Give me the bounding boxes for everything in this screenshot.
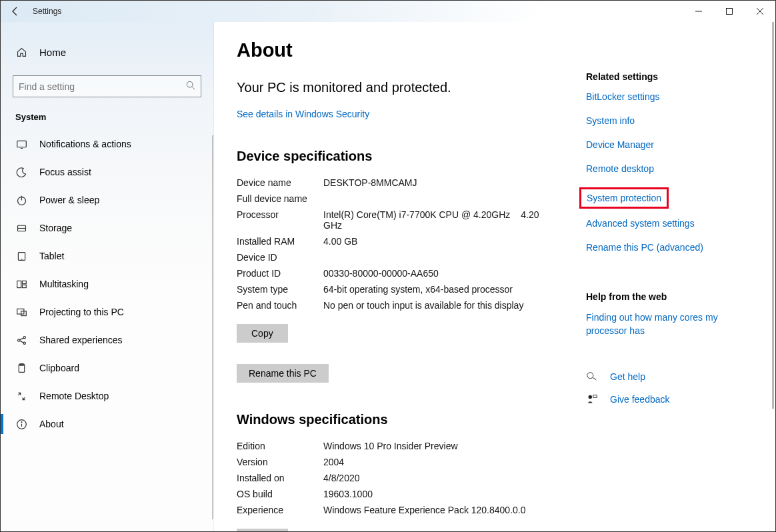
sidebar-item-label: Power & sleep <box>39 195 99 205</box>
spec-row-os-build: OS build 19603.1000 <box>237 489 559 499</box>
protection-headline: Your PC is monitored and protected. <box>237 80 559 95</box>
storage-icon <box>15 222 27 234</box>
search-box[interactable] <box>13 75 201 97</box>
link-device-manager[interactable]: Device Manager <box>586 139 753 150</box>
svg-point-20 <box>23 342 25 344</box>
maximize-button[interactable] <box>714 1 745 22</box>
spec-row-ram: Installed RAM 4.00 GB <box>237 236 559 247</box>
svg-rect-14 <box>22 281 26 283</box>
home-icon <box>15 46 27 58</box>
copy-windows-spec-button[interactable]: Copy <box>237 529 288 531</box>
link-system-protection[interactable]: System protection <box>587 193 661 203</box>
sidebar-item-tablet[interactable]: Tablet <box>1 242 213 270</box>
related-settings-heading: Related settings <box>586 71 753 82</box>
svg-rect-6 <box>17 141 26 147</box>
sidebar-item-label: Clipboard <box>39 363 79 373</box>
windows-spec-heading: Windows specifications <box>237 412 559 427</box>
page-title: About <box>237 39 559 61</box>
svg-rect-15 <box>22 285 26 287</box>
sidebar-item-about[interactable]: About <box>1 410 213 438</box>
sidebar-item-label: Tablet <box>39 251 64 261</box>
sidebar-item-label: Shared experiences <box>39 335 123 345</box>
multitasking-icon <box>15 278 27 290</box>
tablet-icon <box>15 250 27 262</box>
info-icon <box>15 418 27 430</box>
link-rename-pc-advanced[interactable]: Rename this PC (advanced) <box>586 242 753 253</box>
main-scrollbar-thumb[interactable] <box>772 22 774 409</box>
link-bitlocker[interactable]: BitLocker settings <box>586 91 753 102</box>
sidebar-scrollbar[interactable] <box>212 135 213 519</box>
spec-row-product-id: Product ID 00330-80000-00000-AA650 <box>237 268 559 279</box>
sidebar-item-label: Focus assist <box>39 167 91 177</box>
svg-point-28 <box>587 373 593 379</box>
svg-point-29 <box>589 395 592 399</box>
svg-line-22 <box>19 341 23 343</box>
share-icon <box>15 334 27 346</box>
minimize-button[interactable] <box>683 1 714 22</box>
spec-row-pen-touch: Pen and touch No pen or touch input is a… <box>237 300 559 311</box>
sidebar-item-label: Storage <box>39 223 72 233</box>
sidebar-item-storage[interactable]: Storage <box>1 214 213 242</box>
sidebar-item-label: Remote Desktop <box>39 391 109 401</box>
sidebar-item-shared-experiences[interactable]: Shared experiences <box>1 326 213 354</box>
spec-row-processor: Processor Intel(R) Core(TM) i7-7700K CPU… <box>237 209 559 231</box>
sidebar-category: System <box>1 112 213 122</box>
svg-rect-13 <box>17 281 21 287</box>
give-feedback-link[interactable]: Give feedback <box>610 394 670 405</box>
copy-device-spec-button[interactable]: Copy <box>237 324 288 343</box>
remote-desktop-icon <box>15 390 27 402</box>
sidebar-item-power-sleep[interactable]: Power & sleep <box>1 186 213 214</box>
get-help-link[interactable]: Get help <box>610 371 645 382</box>
svg-line-5 <box>192 87 195 89</box>
notification-icon <box>15 138 27 150</box>
related-settings-panel: Related settings BitLocker settings Syst… <box>586 39 753 531</box>
sidebar-item-home[interactable]: Home <box>1 41 213 63</box>
spec-row-edition: Edition Windows 10 Pro Insider Preview <box>237 441 559 451</box>
sidebar-item-label: Projecting to this PC <box>39 307 124 317</box>
sidebar-item-label: About <box>39 419 64 429</box>
moon-icon <box>15 166 27 178</box>
app-title: Settings <box>33 7 61 16</box>
spec-row-full-device-name: Full device name <box>237 193 559 204</box>
get-help-row[interactable]: Get help <box>586 371 753 383</box>
get-help-icon <box>586 371 598 383</box>
windows-security-link[interactable]: See details in Windows Security <box>237 109 369 119</box>
spec-row-system-type: System type 64-bit operating system, x64… <box>237 284 559 295</box>
svg-line-21 <box>19 338 23 340</box>
feedback-icon <box>586 393 598 405</box>
home-label: Home <box>39 47 66 58</box>
svg-rect-1 <box>727 9 733 15</box>
search-input[interactable] <box>19 81 186 92</box>
link-advanced-system-settings[interactable]: Advanced system settings <box>586 218 753 229</box>
sidebar-item-clipboard[interactable]: Clipboard <box>1 354 213 382</box>
sidebar-item-focus-assist[interactable]: Focus assist <box>1 158 213 186</box>
sidebar-item-projecting[interactable]: Projecting to this PC <box>1 298 213 326</box>
titlebar: Settings <box>1 1 775 22</box>
give-feedback-row[interactable]: Give feedback <box>586 393 753 405</box>
close-button[interactable] <box>745 1 775 22</box>
sidebar-item-remote-desktop[interactable]: Remote Desktop <box>1 382 213 410</box>
main-scrollbar[interactable] <box>767 22 775 531</box>
link-remote-desktop[interactable]: Remote desktop <box>586 163 753 174</box>
sidebar-item-label: Notifications & actions <box>39 139 131 149</box>
sidebar-item-notifications[interactable]: Notifications & actions <box>1 130 213 158</box>
rename-pc-button[interactable]: Rename this PC <box>237 364 329 383</box>
clipboard-icon <box>15 362 27 374</box>
back-button[interactable] <box>1 1 30 22</box>
sidebar-item-multitasking[interactable]: Multitasking <box>1 270 213 298</box>
spec-row-device-name: Device name DESKTOP-8MMCAMJ <box>237 177 559 188</box>
svg-rect-30 <box>593 395 597 398</box>
spec-row-device-id: Device ID <box>237 252 559 263</box>
power-icon <box>15 194 27 206</box>
link-system-info[interactable]: System info <box>586 115 753 126</box>
spec-row-version: Version 2004 <box>237 457 559 467</box>
svg-point-18 <box>17 339 19 341</box>
sidebar-item-label: Multitasking <box>39 279 89 289</box>
sidebar: Home System Notifications & actions Focu… <box>1 22 214 531</box>
svg-point-27 <box>21 421 21 422</box>
projecting-icon <box>15 306 27 318</box>
spec-row-experience: Experience Windows Feature Experience Pa… <box>237 505 559 515</box>
device-spec-heading: Device specifications <box>237 149 559 164</box>
svg-point-4 <box>187 81 193 87</box>
link-help-cores[interactable]: Finding out how many cores my processor … <box>586 311 753 337</box>
